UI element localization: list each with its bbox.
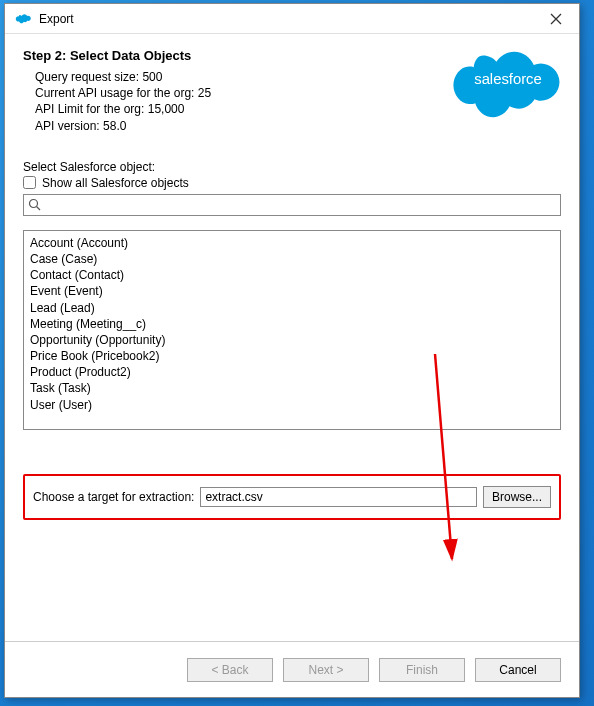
show-all-row: Show all Salesforce objects <box>23 176 561 190</box>
close-icon <box>550 13 562 25</box>
titlebar: Export <box>5 4 579 34</box>
back-button[interactable]: < Back <box>187 658 273 682</box>
salesforce-logo: salesforce <box>453 40 563 118</box>
list-item[interactable]: User (User) <box>30 397 554 413</box>
target-label: Choose a target for extraction: <box>33 490 194 504</box>
list-item[interactable]: Meeting (Meeting__c) <box>30 316 554 332</box>
salesforce-logo-text: salesforce <box>474 71 542 87</box>
object-listbox[interactable]: Account (Account)Case (Case)Contact (Con… <box>23 230 561 430</box>
show-all-checkbox[interactable] <box>23 176 36 189</box>
next-button[interactable]: Next > <box>283 658 369 682</box>
svg-line-1 <box>37 206 41 210</box>
show-all-label: Show all Salesforce objects <box>42 176 189 190</box>
button-bar: < Back Next > Finish Cancel <box>5 641 579 697</box>
list-item[interactable]: Product (Product2) <box>30 364 554 380</box>
list-item[interactable]: Contact (Contact) <box>30 267 554 283</box>
select-object-label: Select Salesforce object: <box>23 160 561 174</box>
target-row: Choose a target for extraction: Browse..… <box>23 474 561 520</box>
search-input[interactable] <box>42 197 556 213</box>
search-icon <box>28 198 42 212</box>
api-version: API version: 58.0 <box>35 118 561 134</box>
target-input[interactable] <box>200 487 477 507</box>
browse-button[interactable]: Browse... <box>483 486 551 508</box>
list-item[interactable]: Price Book (Pricebook2) <box>30 348 554 364</box>
list-item[interactable]: Account (Account) <box>30 235 554 251</box>
salesforce-icon <box>15 12 33 26</box>
svg-point-0 <box>30 199 38 207</box>
close-button[interactable] <box>541 7 571 31</box>
search-box[interactable] <box>23 194 561 216</box>
dialog-content: salesforce Step 2: Select Data Objects Q… <box>5 34 579 641</box>
cancel-button[interactable]: Cancel <box>475 658 561 682</box>
list-item[interactable]: Opportunity (Opportunity) <box>30 332 554 348</box>
finish-button[interactable]: Finish <box>379 658 465 682</box>
list-item[interactable]: Task (Task) <box>30 380 554 396</box>
export-dialog: Export salesforce Step 2: Select Data Ob… <box>4 3 580 698</box>
list-item[interactable]: Case (Case) <box>30 251 554 267</box>
list-item[interactable]: Lead (Lead) <box>30 300 554 316</box>
list-item[interactable]: Event (Event) <box>30 283 554 299</box>
window-title: Export <box>39 12 541 26</box>
